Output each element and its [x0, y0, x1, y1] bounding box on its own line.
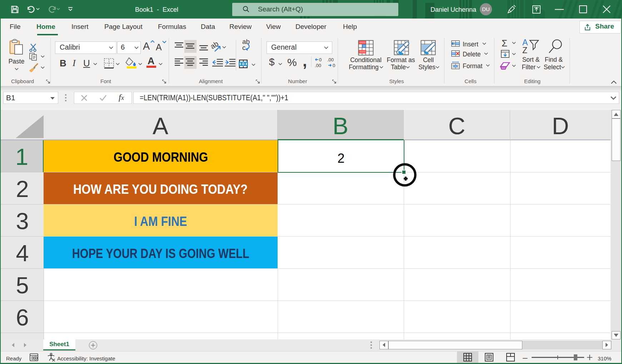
svg-text:.00: .00 — [315, 63, 321, 68]
svg-text:.00: .00 — [327, 57, 334, 62]
svg-text:0: 0 — [319, 57, 322, 62]
